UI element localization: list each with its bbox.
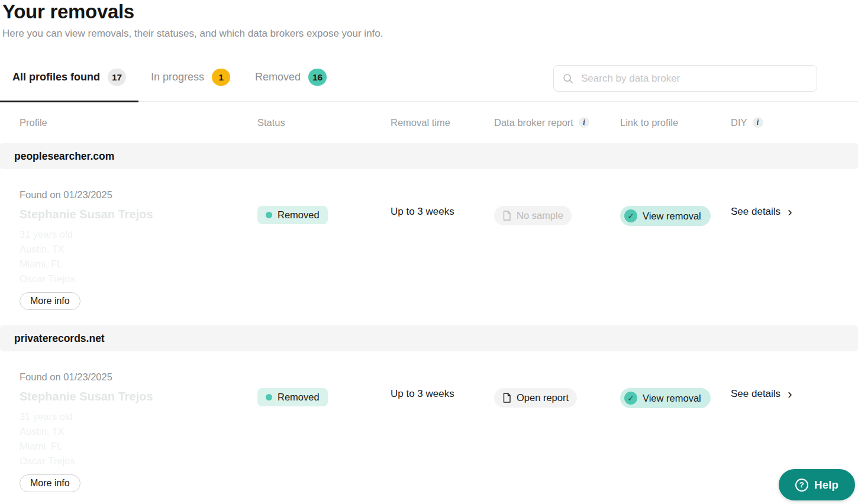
found-on-date: Found on 01/23/2025 — [20, 371, 257, 383]
search-input[interactable] — [580, 72, 808, 85]
table-header-row: Profile Status Removal time Data broker … — [0, 102, 858, 143]
status-dot-icon — [266, 212, 272, 218]
open-report-button[interactable]: Open report — [494, 388, 577, 408]
profile-detail: Miami, FL — [20, 439, 257, 454]
more-info-button[interactable]: More info — [20, 292, 80, 310]
chevron-right-icon: › — [788, 207, 792, 217]
profile-details: 31 years old Austin, TX Miami, FL Oscar … — [20, 227, 257, 286]
tab-removed[interactable]: Removed 16 — [243, 69, 339, 102]
removal-time: Up to 3 weeks — [391, 206, 494, 218]
status-dot-icon — [266, 394, 272, 400]
profile-details: 31 years old Austin, TX Miami, FL Oscar … — [20, 409, 257, 469]
broker-section-header: privaterecords.net — [0, 325, 858, 351]
tab-label: Removed — [255, 71, 301, 83]
column-header-removal-time: Removal time — [391, 117, 494, 128]
page-title: Your removals — [2, 0, 858, 24]
profile-detail: Miami, FL — [20, 257, 257, 272]
column-header-status: Status — [257, 117, 391, 128]
view-removal-button[interactable]: ✓ View removal — [620, 206, 711, 226]
help-button[interactable]: ? Help — [779, 469, 855, 500]
check-icon: ✓ — [624, 392, 637, 405]
status-badge: Removed — [257, 388, 328, 406]
broker-domain: privaterecords.net — [14, 332, 105, 345]
question-icon: ? — [795, 479, 808, 492]
removal-time: Up to 3 weeks — [391, 388, 494, 400]
info-icon[interactable]: i — [579, 117, 589, 128]
profile-detail: Oscar Trejos — [20, 454, 257, 469]
broker-domain: peoplesearcher.com — [14, 150, 114, 163]
chevron-right-icon: › — [788, 389, 792, 399]
tab-count-badge: 16 — [308, 69, 327, 86]
profile-detail: 31 years old — [20, 227, 257, 242]
profile-detail: Austin, TX — [20, 242, 257, 257]
document-icon — [502, 211, 511, 221]
status-badge: Removed — [257, 206, 328, 224]
see-details-link[interactable]: See details › — [731, 388, 792, 400]
tab-bar: All profiles found 17 In progress 1 Remo… — [0, 65, 858, 102]
more-info-button[interactable]: More info — [20, 474, 80, 492]
found-on-date: Found on 01/23/2025 — [20, 189, 257, 201]
tab-all-profiles-found[interactable]: All profiles found 17 — [0, 69, 138, 102]
profile-cell: Found on 01/23/2025 Stephanie Susan Trej… — [20, 189, 257, 310]
check-icon: ✓ — [624, 209, 637, 222]
document-icon — [502, 393, 511, 403]
broker-row: Found on 01/23/2025 Stephanie Susan Trej… — [0, 169, 858, 325]
search-box[interactable] — [553, 65, 817, 92]
tab-in-progress[interactable]: In progress 1 — [138, 69, 243, 102]
see-details-link[interactable]: See details › — [731, 206, 792, 218]
profile-detail: Austin, TX — [20, 424, 257, 439]
help-label: Help — [814, 479, 838, 492]
broker-section-header: peoplesearcher.com — [0, 143, 858, 169]
search-icon — [563, 73, 573, 84]
broker-row: Found on 01/23/2025 Stephanie Susan Trej… — [0, 351, 858, 504]
profile-cell: Found on 01/23/2025 Stephanie Susan Trej… — [20, 371, 257, 492]
profile-detail: Oscar Trejos — [20, 272, 257, 286]
column-header-diy: DIY i — [731, 117, 858, 128]
tab-count-badge: 1 — [212, 69, 230, 86]
page-subtitle: Here you can view removals, their status… — [2, 28, 858, 40]
tab-count-badge: 17 — [108, 69, 126, 86]
column-header-profile: Profile — [20, 117, 257, 128]
tab-label: In progress — [151, 71, 204, 83]
column-header-link: Link to profile — [620, 117, 731, 128]
tabs: All profiles found 17 In progress 1 Remo… — [0, 69, 339, 101]
column-header-report: Data broker report i — [494, 117, 620, 128]
profile-detail: 31 years old — [20, 409, 257, 424]
view-removal-button[interactable]: ✓ View removal — [620, 388, 711, 408]
info-icon[interactable]: i — [753, 117, 763, 128]
no-sample-button: No sample — [494, 206, 572, 225]
profile-name: Stephanie Susan Trejos — [20, 208, 257, 221]
profile-name: Stephanie Susan Trejos — [20, 390, 257, 403]
tab-label: All profiles found — [12, 71, 100, 83]
